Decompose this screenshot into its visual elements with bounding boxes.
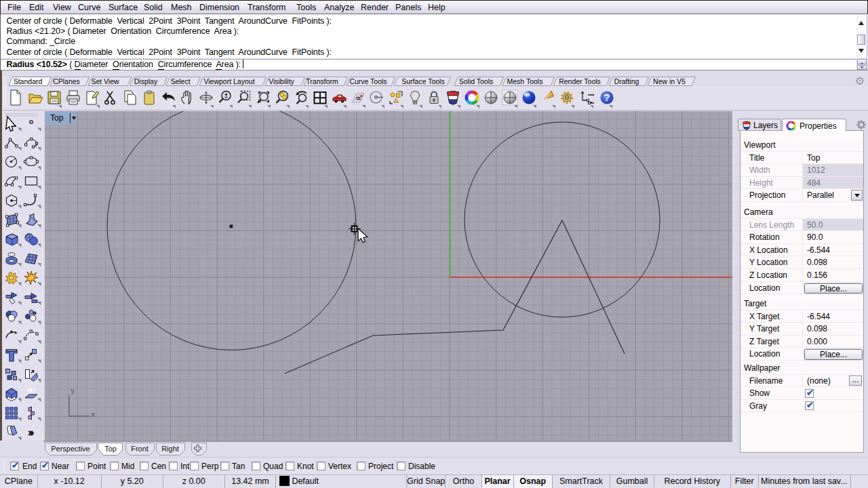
svg-text:Render Tools: Render Tools [559,77,601,85]
svg-text:Perspective: Perspective [51,445,90,453]
svg-text:Surface Tools: Surface Tools [401,77,444,85]
svg-text:Viewport Layout: Viewport Layout [203,77,254,85]
svg-text:y: y [71,387,75,395]
svg-text:Curve Tools: Curve Tools [349,77,387,85]
svg-text:Front: Front [131,445,149,453]
svg-text:Transform: Transform [306,77,338,85]
svg-text:CPlanes: CPlanes [53,77,80,85]
svg-text:»: » [28,426,34,438]
svg-text:?: ? [604,92,610,103]
svg-text:x: x [91,411,96,419]
svg-text:Display: Display [134,77,158,85]
svg-text:Select: Select [170,77,190,85]
svg-text:Set View: Set View [91,77,119,85]
svg-text:Solid Tools: Solid Tools [459,77,494,85]
svg-text:Right: Right [161,445,179,453]
svg-text:Top: Top [104,445,117,453]
svg-text:Mesh Tools: Mesh Tools [507,77,543,85]
svg-text:Drafting: Drafting [614,77,639,85]
svg-text:Standard: Standard [14,77,43,85]
svg-text:New in V5: New in V5 [653,77,686,85]
svg-text:Visibility: Visibility [269,77,294,85]
